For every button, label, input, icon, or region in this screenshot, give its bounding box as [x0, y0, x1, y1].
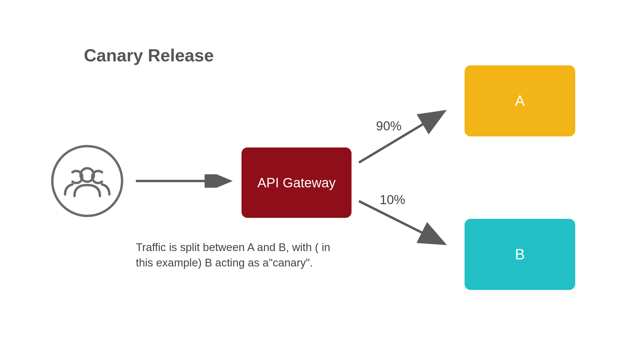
percent-a-label: 90%: [376, 119, 401, 133]
api-gateway-box: API Gateway: [241, 147, 352, 218]
diagram-title: Canary Release: [84, 45, 214, 65]
api-gateway-label: API Gateway: [257, 175, 335, 190]
svg-line-4: [359, 201, 443, 243]
service-a-label: A: [515, 93, 525, 109]
arrow-gateway-to-a: [356, 106, 453, 169]
service-a-box: A: [465, 65, 575, 136]
users-icon: [50, 144, 124, 218]
diagram-caption: Traffic is split between A and B, with (…: [136, 240, 351, 270]
arrow-users-to-gateway: [134, 174, 238, 188]
percent-b-label: 10%: [380, 193, 405, 207]
service-b-box: B: [465, 219, 575, 290]
service-b-label: B: [515, 246, 525, 263]
